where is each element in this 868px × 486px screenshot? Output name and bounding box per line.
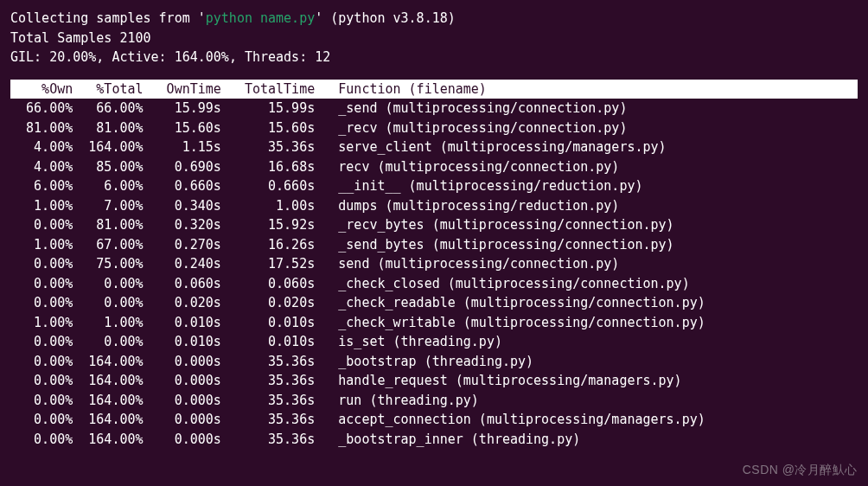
table-row: 66.00% 66.00% 15.99s 15.99s _send (multi… [10,99,858,118]
table-row: 0.00% 0.00% 0.060s 0.060s _check_closed … [10,274,858,294]
table-row: 0.00% 164.00% 0.000s 35.36s _bootstrap_i… [10,430,858,450]
active-value: 164.00% [175,49,229,65]
total-samples-label: Total Samples [10,30,112,46]
collecting-line: Collecting samples from 'python name.py'… [10,9,858,29]
threads-value: 12 [315,49,330,65]
gil-value: 20.00% [49,49,96,65]
active-label: Active: [112,49,166,65]
table-row: 0.00% 0.00% 0.010s 0.010s is_set (thread… [10,332,858,352]
table-row: 0.00% 164.00% 0.000s 35.36s accept_conne… [10,410,858,430]
table-row: 6.00% 6.00% 0.660s 0.660s __init__ (mult… [10,176,858,196]
table-row: 0.00% 81.00% 0.320s 15.92s _recv_bytes (… [10,215,858,235]
total-samples-line: Total Samples 2100 [10,29,858,48]
table-row: 0.00% 164.00% 0.000s 35.36s handle_reque… [10,371,858,391]
table-row: 1.00% 1.00% 0.010s 0.010s _check_writabl… [10,313,858,333]
table-row: 0.00% 164.00% 0.000s 35.36s _bootstrap (… [10,352,858,372]
command-text: python name.py [206,10,315,26]
threads-label: Threads: [245,49,307,65]
table-row: 1.00% 7.00% 0.340s 1.00s dumps (multipro… [10,196,858,216]
table-row: 81.00% 81.00% 15.60s 15.60s _recv (multi… [10,118,858,138]
table-row: 1.00% 67.00% 0.270s 16.26s _send_bytes (… [10,235,858,255]
table-row: 0.00% 75.00% 0.240s 17.52s send (multipr… [10,254,858,274]
table-row: 0.00% 164.00% 0.000s 35.36s run (threadi… [10,391,858,411]
watermark: CSDN @冷月醉魜心 [743,461,858,479]
stats-line: GIL: 20.00%, Active: 164.00%, Threads: 1… [10,48,858,67]
profiler-table: %Own %Total OwnTime TotalTime Function (… [10,80,858,450]
table-row: 0.00% 0.00% 0.020s 0.020s _check_readabl… [10,293,858,313]
table-row: 4.00% 164.00% 1.15s 35.36s serve_client … [10,137,858,157]
collecting-suffix: ' (python v3.8.18) [315,10,456,26]
table-header-row: %Own %Total OwnTime TotalTime Function (… [10,80,858,99]
table-body: 66.00% 66.00% 15.99s 15.99s _send (multi… [10,99,858,449]
gil-label: GIL: [10,49,41,65]
collecting-prefix: Collecting samples from ' [10,10,206,26]
total-samples-value: 2100 [119,30,150,46]
table-row: 4.00% 85.00% 0.690s 16.68s recv (multipr… [10,157,858,177]
